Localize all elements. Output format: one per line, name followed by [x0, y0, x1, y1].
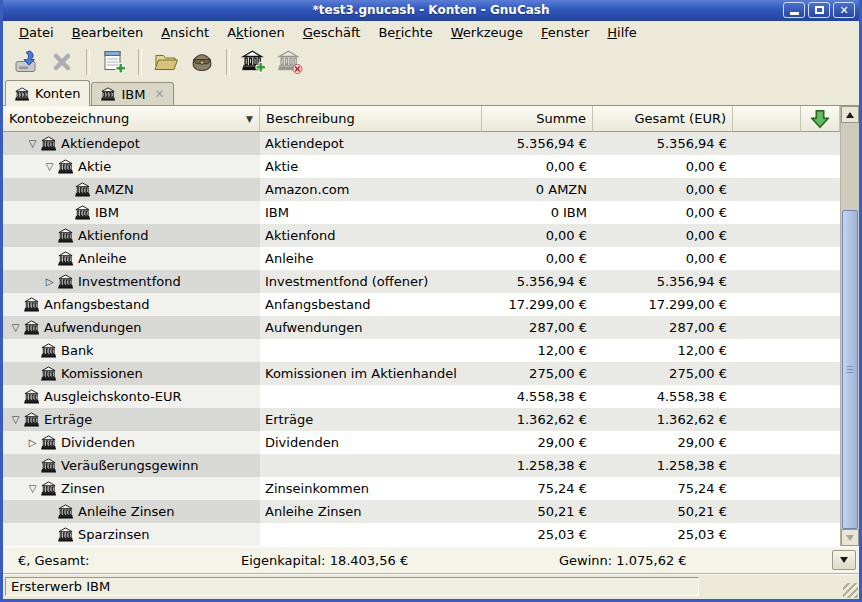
account-name-cell: Anfangsbestand — [3, 293, 260, 316]
scrollbar-thumb[interactable] — [842, 210, 858, 529]
menu-aktionen[interactable]: Aktionen — [218, 23, 294, 42]
summary-options-button[interactable] — [832, 550, 856, 570]
account-row[interactable]: Veräußerungsgewinn 1.258,38 € 1.258,38 € — [3, 454, 840, 477]
account-row[interactable]: Aktienfond Aktienfond 0,00 € 0,00 € — [3, 224, 840, 247]
summe-cell: 0 IBM — [482, 201, 593, 224]
account-row[interactable]: Sparzinsen 25,03 € 25,03 € — [3, 523, 840, 546]
tree-expander-icon[interactable]: ▽ — [41, 161, 58, 172]
tree-expander-icon[interactable]: ▷ — [41, 276, 58, 287]
filler-cell — [733, 500, 840, 523]
filler-cell — [733, 454, 840, 477]
account-name: Aktie — [78, 159, 111, 174]
bank-account-icon — [41, 343, 56, 358]
tab-konten[interactable]: Konten — [5, 80, 90, 106]
column-options-button[interactable] — [801, 106, 840, 132]
open-register-button[interactable] — [97, 47, 131, 77]
account-name-cell: ▷Dividenden — [3, 431, 260, 454]
description-cell — [260, 339, 482, 362]
new-account-button[interactable] — [237, 47, 271, 77]
tree-expander-icon[interactable]: ▽ — [24, 138, 41, 149]
account-row[interactable]: ▽Zinsen Zinseinkommen 75,24 € 75,24 € — [3, 477, 840, 500]
account-row[interactable]: IBM IBM 0 IBM 0,00 € — [3, 201, 840, 224]
account-name-cell: ▽Erträge — [3, 408, 260, 431]
scrollbar-trough[interactable] — [841, 123, 859, 529]
description-cell: Aktiendepot — [260, 132, 482, 155]
gesamt-cell: 0,00 € — [593, 201, 733, 224]
account-name-cell: ▽Zinsen — [3, 477, 260, 500]
tree-expander-icon[interactable]: ▷ — [24, 437, 41, 448]
edit-account-button[interactable] — [185, 47, 219, 77]
tree-indent — [5, 143, 24, 144]
resize-grip-icon[interactable] — [843, 583, 858, 598]
menu-datei[interactable]: Datei — [10, 23, 63, 42]
delete-account-button[interactable] — [273, 47, 307, 77]
tree-expander-icon[interactable]: ▽ — [7, 414, 24, 425]
column-header-beschreibung[interactable]: Beschreibung — [260, 106, 482, 132]
account-row[interactable]: Ausgleichskonto-EUR 4.558,38 € 4.558,38 … — [3, 385, 840, 408]
status-message-field: Ersterwerb IBM — [5, 577, 699, 596]
menu-hilfe[interactable]: Hilfe — [598, 23, 646, 42]
tree-indent — [5, 511, 41, 512]
menu-werkzeuge[interactable]: Werkzeuge — [442, 23, 532, 42]
account-row[interactable]: ▷Investmentfond Investmentfond (offener)… — [3, 270, 840, 293]
title-bar[interactable]: *test3.gnucash - Konten - GnuCash ✕ — [3, 0, 859, 21]
bank-account-icon — [41, 366, 56, 381]
tab-close-icon[interactable]: ✕ — [154, 87, 164, 101]
account-row[interactable]: Anleihe Anleihe 0,00 € 0,00 € — [3, 247, 840, 270]
account-name-cell: Anleihe Zinsen — [3, 500, 260, 523]
account-row[interactable]: Komissionen Komissionen im Aktienhandel … — [3, 362, 840, 385]
filler-cell — [733, 385, 840, 408]
column-header-kontobezeichnung[interactable]: Kontobezeichnung▼ — [3, 106, 260, 132]
bank-account-icon — [58, 504, 73, 519]
description-cell: Komissionen im Aktienhandel — [260, 362, 482, 385]
account-row[interactable]: Anfangsbestand Anfangsbestand 17.299,00 … — [3, 293, 840, 316]
account-row[interactable]: ▽Aktiendepot Aktiendepot 5.356,94 € 5.35… — [3, 132, 840, 155]
close-page-button[interactable] — [45, 47, 79, 77]
summary-profit-value: Gewinn: 1.075,62 € — [559, 553, 687, 568]
bank-account-icon — [41, 458, 56, 473]
filler-cell — [733, 339, 840, 362]
menu-bearbeiten[interactable]: Bearbeiten — [63, 23, 152, 42]
account-row[interactable]: ▽Erträge Erträge 1.362,62 € 1.362,62 € — [3, 408, 840, 431]
save-button[interactable] — [9, 47, 43, 77]
tree-expander-icon[interactable]: ▽ — [7, 322, 24, 333]
gesamt-cell: 12,00 € — [593, 339, 733, 362]
account-name-cell: Veräußerungsgewinn — [3, 454, 260, 477]
tab-ibm[interactable]: IBM ✕ — [91, 82, 174, 105]
menu-ansicht[interactable]: Ansicht — [152, 23, 218, 42]
maximize-button[interactable] — [808, 2, 830, 18]
account-row[interactable]: AMZN Amazon.com 0 AMZN 0,00 € — [3, 178, 840, 201]
filler-cell — [733, 201, 840, 224]
account-name: Aktienfond — [78, 228, 148, 243]
close-page-icon — [49, 49, 75, 75]
menu-berichte[interactable]: Berichte — [369, 23, 441, 42]
scroll-down-button[interactable] — [841, 529, 859, 546]
summe-cell: 29,00 € — [482, 431, 593, 454]
description-cell: Aktie — [260, 155, 482, 178]
sort-descending-icon: ▼ — [240, 114, 253, 124]
account-name-cell: ▽Aufwendungen — [3, 316, 260, 339]
menu-geschaeft[interactable]: Geschäft — [294, 23, 370, 42]
column-header-gesamt-eur[interactable]: Gesamt (EUR) — [593, 106, 733, 132]
account-row[interactable]: Bank 12,00 € 12,00 € — [3, 339, 840, 362]
bank-delete-icon — [276, 49, 304, 75]
menu-fenster[interactable]: Fenster — [532, 23, 598, 42]
filler-cell — [733, 132, 840, 155]
open-folder-button[interactable] — [149, 47, 183, 77]
summe-cell: 0,00 € — [482, 224, 593, 247]
gesamt-cell: 1.362,62 € — [593, 408, 733, 431]
account-row[interactable]: ▷Dividenden Dividenden 29,00 € 29,00 € — [3, 431, 840, 454]
minimize-button[interactable] — [783, 2, 805, 18]
close-button[interactable]: ✕ — [833, 2, 855, 18]
account-row[interactable]: ▽Aktie Aktie 0,00 € 0,00 € — [3, 155, 840, 178]
filler-cell — [733, 224, 840, 247]
account-row[interactable]: ▽Aufwendungen Aufwendungen 287,00 € 287,… — [3, 316, 840, 339]
gesamt-cell: 29,00 € — [593, 431, 733, 454]
gesamt-cell: 0,00 € — [593, 224, 733, 247]
tree-expander-icon[interactable]: ▽ — [24, 483, 41, 494]
column-header-summe[interactable]: Summe — [482, 106, 593, 132]
scroll-up-button[interactable] — [841, 106, 859, 123]
account-name-cell: ▽Aktie — [3, 155, 260, 178]
account-row[interactable]: Anleihe Zinsen Anleihe Zinsen 50,21 € 50… — [3, 500, 840, 523]
tree-indent — [5, 350, 24, 351]
